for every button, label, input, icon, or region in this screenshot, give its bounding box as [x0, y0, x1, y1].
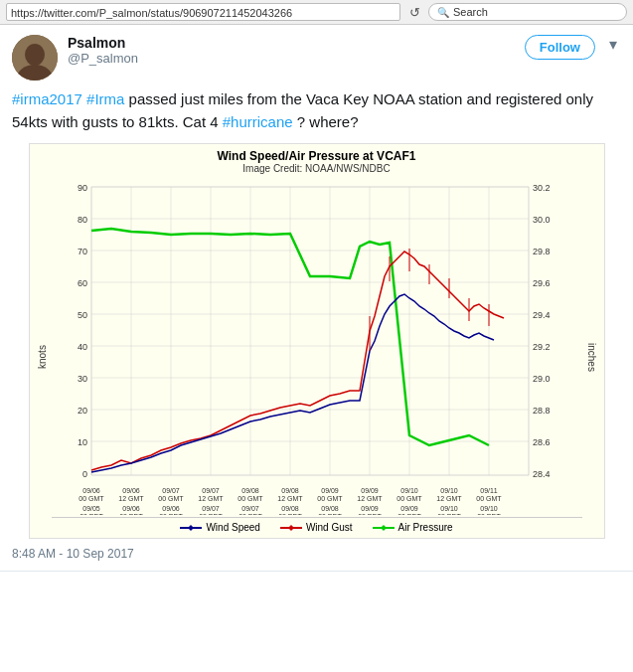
- svg-text:09/09: 09/09: [321, 487, 339, 494]
- y-label-left: knots: [32, 177, 52, 538]
- svg-text:09/06: 09/06: [82, 487, 100, 494]
- chart-title: Wind Speed/Air Pressure at VCAF1: [30, 144, 604, 163]
- svg-text:09/10: 09/10: [440, 505, 458, 512]
- legend-wind-gust-icon: [280, 523, 302, 533]
- svg-text:20 EDT: 20 EDT: [477, 513, 501, 515]
- svg-text:40: 40: [77, 342, 86, 352]
- svg-text:29.6: 29.6: [533, 278, 551, 288]
- svg-text:10: 10: [77, 437, 86, 447]
- screen-name[interactable]: @P_salmon: [68, 51, 515, 66]
- chart-area-wrap: 90 80 70 60 50 40 30 20 10 0 30.2 30.0 2…: [52, 177, 582, 538]
- svg-marker-100: [288, 525, 294, 531]
- svg-text:28.8: 28.8: [533, 406, 551, 416]
- svg-text:00 GMT: 00 GMT: [396, 495, 422, 502]
- svg-text:20 EDT: 20 EDT: [318, 513, 342, 515]
- legend-air-pressure-label: Air Pressure: [398, 522, 453, 533]
- search-placeholder-text: Search: [453, 6, 488, 18]
- profile-row: Psalmon @P_salmon Follow ▾: [12, 35, 621, 81]
- svg-marker-102: [381, 525, 387, 531]
- svg-text:29.2: 29.2: [533, 342, 551, 352]
- search-bar[interactable]: 🔍 Search: [428, 3, 627, 21]
- svg-text:28.4: 28.4: [533, 469, 551, 479]
- svg-text:50: 50: [77, 310, 86, 320]
- chart-svg: 90 80 70 60 50 40 30 20 10 0 30.2 30.0 2…: [52, 177, 568, 515]
- svg-text:08 EDT: 08 EDT: [199, 513, 223, 515]
- svg-text:70: 70: [77, 247, 86, 256]
- svg-text:09/06: 09/06: [122, 487, 140, 494]
- hashtag-hurricane[interactable]: #hurricane: [223, 113, 293, 130]
- chart-subtitle: Image Credit: NOAA/NWS/NDBC: [30, 163, 604, 177]
- svg-rect-3: [91, 187, 529, 475]
- legend-air-pressure-icon: [373, 523, 395, 533]
- legend-wind-gust: Wind Gust: [280, 522, 353, 533]
- svg-text:12 GMT: 12 GMT: [277, 495, 303, 502]
- display-name[interactable]: Psalmon: [68, 35, 515, 51]
- tweet-timestamp: 8:48 AM - 10 Sep 2017: [12, 547, 621, 561]
- svg-text:12 GMT: 12 GMT: [198, 495, 224, 502]
- chart-legend: Wind Speed Wind Gust: [52, 517, 582, 538]
- svg-text:09/10: 09/10: [480, 505, 498, 512]
- svg-text:00 GMT: 00 GMT: [79, 495, 104, 502]
- svg-text:09/09: 09/09: [361, 487, 379, 494]
- search-icon: 🔍: [437, 7, 449, 18]
- browser-bar: https://twitter.com/P_salmon/status/9069…: [0, 0, 633, 25]
- svg-text:60: 60: [77, 278, 86, 288]
- svg-text:20 EDT: 20 EDT: [159, 513, 183, 515]
- hashtag-irma2017[interactable]: #irma2017: [12, 90, 82, 107]
- svg-point-1: [25, 44, 45, 66]
- svg-text:08 EDT: 08 EDT: [278, 513, 302, 515]
- chart-body: knots: [30, 177, 604, 538]
- svg-text:09/11: 09/11: [480, 487, 498, 494]
- more-options-button[interactable]: ▾: [605, 35, 621, 54]
- svg-text:30: 30: [77, 374, 86, 384]
- refresh-icon[interactable]: ↺: [406, 5, 422, 20]
- svg-text:12 GMT: 12 GMT: [357, 495, 383, 502]
- svg-text:09/09: 09/09: [400, 505, 418, 512]
- svg-text:12 GMT: 12 GMT: [436, 495, 462, 502]
- tweet-text-end: ? where?: [297, 113, 359, 130]
- tweet-container: Psalmon @P_salmon Follow ▾ #irma2017 #Ir…: [0, 25, 633, 572]
- svg-text:09/07: 09/07: [162, 487, 180, 494]
- svg-text:09/05: 09/05: [82, 505, 100, 512]
- svg-text:09/10: 09/10: [440, 487, 458, 494]
- svg-text:30.2: 30.2: [533, 183, 551, 193]
- svg-text:09/08: 09/08: [241, 487, 259, 494]
- legend-wind-gust-label: Wind Gust: [306, 522, 353, 533]
- svg-text:12 GMT: 12 GMT: [118, 495, 144, 502]
- svg-text:20 EDT: 20 EDT: [238, 513, 262, 515]
- svg-text:0: 0: [81, 469, 86, 479]
- legend-wind-speed-icon: [180, 523, 202, 533]
- svg-text:20 EDT: 20 EDT: [397, 513, 421, 515]
- avatar-image: [12, 35, 58, 81]
- svg-text:09/07: 09/07: [241, 505, 259, 512]
- svg-text:00 GMT: 00 GMT: [476, 495, 502, 502]
- svg-text:09/08: 09/08: [281, 505, 299, 512]
- svg-text:09/10: 09/10: [400, 487, 418, 494]
- svg-text:09/07: 09/07: [202, 505, 220, 512]
- svg-marker-98: [188, 525, 194, 531]
- legend-wind-speed: Wind Speed: [180, 522, 259, 533]
- svg-text:00 GMT: 00 GMT: [317, 495, 343, 502]
- svg-text:09/06: 09/06: [162, 505, 180, 512]
- user-info: Psalmon @P_salmon: [68, 35, 515, 66]
- svg-text:29.4: 29.4: [533, 310, 551, 320]
- chart-container: Wind Speed/Air Pressure at VCAF1 Image C…: [29, 143, 605, 539]
- svg-text:08 EDT: 08 EDT: [358, 513, 382, 515]
- follow-button[interactable]: Follow: [525, 35, 595, 60]
- avatar[interactable]: [12, 35, 58, 81]
- svg-text:90: 90: [77, 183, 86, 193]
- svg-text:29.8: 29.8: [533, 247, 551, 256]
- svg-text:08 EDT: 08 EDT: [119, 513, 143, 515]
- svg-text:28.6: 28.6: [533, 437, 551, 447]
- svg-text:00 GMT: 00 GMT: [158, 495, 184, 502]
- url-bar[interactable]: https://twitter.com/P_salmon/status/9069…: [6, 3, 400, 21]
- svg-text:00 GMT: 00 GMT: [237, 495, 263, 502]
- svg-text:09/08: 09/08: [321, 505, 339, 512]
- legend-air-pressure: Air Pressure: [373, 522, 453, 533]
- svg-text:09/09: 09/09: [361, 505, 379, 512]
- svg-text:09/08: 09/08: [281, 487, 299, 494]
- svg-text:20: 20: [77, 406, 86, 416]
- hashtag-irma[interactable]: #Irma: [86, 90, 124, 107]
- svg-text:80: 80: [77, 215, 86, 225]
- legend-wind-speed-label: Wind Speed: [206, 522, 259, 533]
